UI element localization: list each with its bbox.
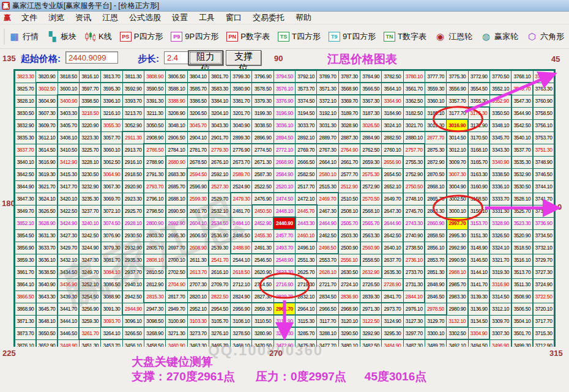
grid-cell[interactable]: 3122.50 [360, 315, 382, 327]
grid-cell[interactable]: 3528.10 [511, 193, 533, 205]
menu-item-帮助[interactable]: 帮助 [290, 11, 317, 24]
grid-cell[interactable]: 3304.90 [468, 327, 489, 339]
grid-cell[interactable]: 2858.50 [425, 229, 446, 242]
grid-cell[interactable]: 3643.30 [36, 290, 58, 303]
grid-cell[interactable]: 3412.90 [58, 156, 79, 168]
grid-cell[interactable]: 3612.10 [36, 131, 58, 144]
grid-cell[interactable]: 3852.10 [15, 217, 36, 229]
grid-cell[interactable]: 2709.70 [209, 278, 230, 290]
grid-cell[interactable]: 3223.30 [79, 131, 100, 144]
toolbar-item-赢家轮[interactable]: ◍赢家轮 [480, 31, 518, 42]
grid-cell[interactable]: 2690.50 [166, 205, 187, 217]
grid-cell[interactable]: 3554.50 [468, 83, 489, 95]
grid-cell[interactable]: 2937.70 [122, 266, 144, 278]
grid-cell[interactable]: 3206.50 [187, 107, 209, 119]
grid-cell[interactable]: 3067.30 [101, 180, 122, 193]
grid-cell[interactable]: 2980.90 [447, 303, 468, 315]
grid-cell[interactable]: 2944.90 [122, 303, 144, 315]
grid-cell[interactable]: 2752.90 [403, 168, 425, 180]
grid-cell[interactable]: 3520.90 [511, 229, 533, 242]
grid-cell[interactable]: 2796.10 [144, 193, 165, 205]
toolbar-item-T四方形[interactable]: TST四方形 [278, 31, 321, 42]
grid-cell[interactable]: 2601.70 [187, 205, 209, 217]
grid-cell[interactable]: 3172.90 [468, 119, 489, 131]
grid-cell[interactable]: 3016.90 [447, 119, 468, 131]
grid-cell[interactable]: 3818.50 [58, 70, 79, 83]
grid-cell[interactable]: 3285.70 [296, 327, 317, 339]
grid-cell[interactable]: 3180.10 [425, 107, 446, 119]
grid-cell[interactable]: 2827.30 [252, 290, 273, 303]
grid-cell[interactable]: 3868.90 [15, 303, 36, 315]
grid-cell[interactable]: 3763.30 [533, 83, 555, 95]
menu-item-浏览[interactable]: 浏览 [43, 11, 70, 24]
grid-cell[interactable]: 3777.70 [425, 70, 446, 83]
grid-cell[interactable]: 3002.50 [447, 193, 468, 205]
grid-cell[interactable]: 2493.70 [273, 242, 295, 254]
toolbar-item-P数字表[interactable]: PNP数字表 [226, 31, 270, 42]
grid-cell[interactable]: 2445.70 [296, 205, 317, 217]
grid-cell[interactable]: 3729.70 [533, 254, 555, 266]
grid-cell[interactable]: 3864.10 [15, 278, 36, 290]
grid-cell[interactable]: 3192.10 [317, 107, 338, 119]
grid-cell[interactable]: 3866.50 [15, 290, 36, 303]
grid-cell[interactable]: 3597.70 [79, 83, 100, 95]
grid-cell[interactable]: 3386.50 [187, 95, 209, 107]
grid-cell[interactable]: 3367.30 [360, 95, 382, 107]
grid-cell[interactable]: 2848.90 [425, 278, 446, 290]
grid-cell[interactable]: 2728.90 [382, 278, 403, 290]
grid-cell[interactable]: 2683.30 [166, 168, 187, 180]
grid-cell[interactable]: 3028.90 [338, 119, 360, 131]
grid-cell[interactable]: 3040.90 [231, 119, 252, 131]
grid-cell[interactable]: 2949.70 [166, 303, 187, 315]
grid-cell[interactable]: 2776.90 [231, 144, 252, 156]
toolbar-item-K线[interactable]: K线 [84, 31, 112, 42]
grid-cell[interactable]: 2913.70 [122, 144, 144, 156]
grid-cell[interactable]: 2500.90 [338, 242, 360, 254]
grid-cell[interactable]: 2872.90 [425, 156, 446, 168]
grid-cell[interactable]: 2812.90 [144, 278, 165, 290]
grid-cell[interactable]: 3552.10 [489, 83, 511, 95]
grid-cell[interactable]: 2637.70 [382, 254, 403, 266]
grid-cell[interactable]: 3801.70 [209, 70, 230, 83]
grid-cell[interactable]: 3422.50 [58, 205, 79, 217]
grid-cell[interactable]: 3820.90 [36, 70, 58, 83]
toolbar-item-六角形[interactable]: ⬡六角形 [526, 31, 564, 42]
grid-cell[interactable]: 3014.50 [447, 131, 468, 144]
grid-cell[interactable]: 2572.90 [360, 180, 382, 193]
grid-cell[interactable]: 3295.30 [382, 327, 403, 339]
grid-cell[interactable]: 2935.30 [122, 254, 144, 266]
grid-cell[interactable]: 2654.50 [382, 168, 403, 180]
grid-cell[interactable]: 2656.90 [382, 156, 403, 168]
grid-cell[interactable]: 2923.30 [122, 193, 144, 205]
grid-cell[interactable]: 3840.10 [15, 156, 36, 168]
grid-cell[interactable]: 2508.10 [338, 205, 360, 217]
grid-cell[interactable]: 3628.90 [36, 217, 58, 229]
grid-cell[interactable]: 2558.50 [360, 254, 382, 266]
grid-cell[interactable]: 3748.90 [533, 156, 555, 168]
grid-cell[interactable]: 3088.90 [101, 290, 122, 303]
grid-cell[interactable]: 2640.10 [382, 242, 403, 254]
grid-cell[interactable]: 3624.10 [36, 193, 58, 205]
menu-item-交易委托[interactable]: 交易委托 [247, 11, 290, 24]
grid-cell[interactable]: 2760.10 [382, 144, 403, 156]
grid-cell[interactable]: 2820.10 [187, 290, 209, 303]
grid-cell[interactable]: 2484.10 [231, 217, 252, 229]
grid-cell[interactable]: 2616.10 [209, 266, 230, 278]
grid-cell[interactable]: 3324.10 [489, 242, 511, 254]
grid-cell[interactable]: 2692.90 [166, 217, 187, 229]
grid-cell[interactable]: 3184.90 [382, 107, 403, 119]
grid-cell[interactable]: 2527.30 [209, 180, 230, 193]
grid-cell[interactable]: 3600.10 [58, 83, 79, 95]
grid-cell[interactable]: 2863.30 [425, 205, 446, 217]
grid-cell[interactable]: 2592.10 [209, 168, 230, 180]
grid-cell[interactable]: 2808.10 [144, 254, 165, 266]
grid-cell[interactable]: 3208.90 [166, 107, 187, 119]
grid-cell[interactable]: 3616.90 [36, 156, 58, 168]
menu-item-公式选股[interactable]: 公式选股 [124, 11, 166, 24]
grid-cell[interactable]: 2772.10 [273, 144, 295, 156]
grid-cell[interactable]: 3588.10 [166, 83, 187, 95]
grid-cell[interactable]: 2472.10 [296, 193, 317, 205]
grid-cell[interactable]: 3564.10 [382, 83, 403, 95]
grid-cell[interactable]: 2832.10 [296, 290, 317, 303]
grid-cell[interactable]: 2680.90 [166, 156, 187, 168]
